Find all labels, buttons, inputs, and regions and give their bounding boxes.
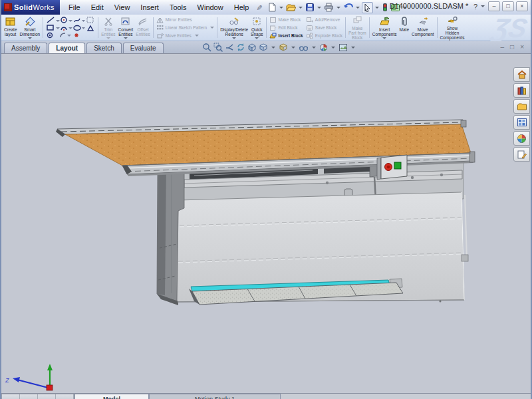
zoom-to-fit-button[interactable]	[202, 43, 211, 52]
add-remove-button[interactable]: Add/Remove	[306, 16, 342, 23]
menu-insert[interactable]: Insert	[136, 2, 164, 13]
edit-block-icon	[269, 25, 277, 31]
file-explorer-button[interactable]	[513, 99, 530, 114]
menu-tools[interactable]: Tools	[165, 2, 192, 13]
linear-sketch-pattern-button[interactable]: Linear Sketch Pattern	[156, 24, 215, 31]
apply-scene-caret[interactable]	[351, 47, 355, 49]
trim-entities-caret[interactable]	[106, 37, 110, 39]
display-style-caret[interactable]	[291, 47, 295, 49]
new-document-button[interactable]	[267, 2, 277, 13]
hide-show-items-button[interactable]	[299, 43, 309, 52]
tab-assembly[interactable]: Assembly	[4, 43, 47, 53]
insert-components-caret[interactable]	[382, 37, 386, 39]
view-orientation-button[interactable]	[259, 43, 268, 52]
menu-window[interactable]: Window	[193, 2, 228, 13]
section-view-button[interactable]	[247, 43, 257, 52]
linear-sketch-pattern-caret[interactable]	[210, 27, 214, 29]
tab-sketch[interactable]: Sketch	[86, 43, 122, 53]
help-dropdown-caret[interactable]	[481, 5, 485, 7]
new-document-icon	[267, 3, 277, 12]
model-viewport-canvas[interactable]: Z	[1, 55, 531, 393]
zoom-to-area-button[interactable]	[213, 43, 223, 52]
print-button[interactable]	[323, 2, 334, 13]
show-hidden-components-button[interactable]: Show Hidden Components	[439, 15, 466, 40]
control-box[interactable]	[377, 155, 407, 180]
start-button[interactable]	[394, 162, 401, 169]
explode-block-label: Explode Block	[315, 33, 342, 38]
add-remove-icon	[306, 17, 313, 23]
maximize-button[interactable]: □	[502, 1, 514, 11]
edit-block-button[interactable]: Edit Block	[269, 24, 303, 31]
move-entities-button[interactable]: Move Entities	[156, 32, 215, 39]
menu-pin-icon[interactable]: ✎	[255, 4, 263, 10]
design-library-button[interactable]	[513, 83, 530, 98]
custom-properties-button[interactable]	[513, 147, 530, 162]
move-component-button[interactable]: Move Component	[410, 15, 436, 40]
convert-entities-caret[interactable]	[124, 37, 128, 39]
make-block-button[interactable]: Make Block	[269, 16, 303, 23]
insert-components-button[interactable]: Insert Components	[371, 15, 398, 40]
make-part-from-block-button[interactable]: Make Part from Block	[347, 15, 368, 40]
undo-dropdown-caret[interactable]	[356, 7, 360, 9]
document-restore-button[interactable]: □	[510, 43, 514, 51]
insert-block-button[interactable]: Insert Block	[269, 32, 303, 39]
close-button[interactable]: ×	[516, 1, 528, 11]
move-entities-caret[interactable]	[195, 35, 199, 37]
offset-entities-button[interactable]: Offset Entities	[134, 15, 151, 40]
new-dropdown-caret[interactable]	[279, 7, 283, 9]
trim-entities-label: Trim Entities	[101, 27, 115, 37]
save-dropdown-caret[interactable]	[317, 7, 321, 9]
mate-button[interactable]: Mate	[398, 15, 410, 40]
explode-block-button[interactable]: Explode Block	[306, 32, 342, 39]
tab-model[interactable]: Model	[74, 394, 149, 399]
tab-layout[interactable]: Layout	[49, 43, 85, 53]
menu-edit[interactable]: Edit	[86, 2, 108, 13]
open-dropdown-caret[interactable]	[299, 7, 303, 9]
save-block-icon	[306, 25, 313, 31]
save-icon	[305, 3, 315, 12]
edit-appearance-button[interactable]	[319, 43, 328, 52]
apply-scene-button[interactable]	[338, 43, 348, 52]
previous-view-button[interactable]	[225, 43, 234, 52]
tab-evaluate[interactable]: Evaluate	[123, 43, 164, 53]
trim-entities-button[interactable]: Trim Entities	[100, 15, 116, 40]
rotate-view-button[interactable]	[236, 43, 245, 52]
undo-button[interactable]	[342, 2, 354, 13]
quick-snaps-button[interactable]: Quick Snaps	[249, 15, 264, 40]
solidworks-cube-icon	[4, 3, 12, 11]
smart-dimension-caret[interactable]	[28, 37, 32, 39]
appearances-scenes-button[interactable]	[513, 131, 530, 146]
menu-file[interactable]: File	[64, 2, 85, 13]
menu-help[interactable]: Help	[229, 2, 254, 13]
command-tab-row: Assembly Layout Sketch Evaluate – □ ×	[1, 41, 531, 54]
quick-snaps-caret[interactable]	[255, 37, 259, 39]
mirror-entities-button[interactable]: Mirror Entities	[156, 16, 215, 23]
display-delete-relations-button[interactable]: Display/Delete Relations	[219, 15, 249, 40]
minimize-button[interactable]: –	[488, 1, 500, 11]
graphics-area[interactable]: Z	[1, 55, 531, 393]
create-layout-button[interactable]: Create layout	[3, 15, 19, 40]
create-layout-icon	[5, 17, 16, 27]
tab-scroll-buttons[interactable]	[1, 394, 74, 399]
display-style-button[interactable]	[279, 43, 288, 52]
view-orientation-caret[interactable]	[271, 47, 275, 49]
quick-snaps-icon	[252, 17, 261, 26]
save-block-button[interactable]: Save Block	[306, 24, 342, 31]
print-dropdown-caret[interactable]	[336, 7, 340, 9]
offset-entities-label: Offset Entities	[136, 27, 150, 37]
document-minimize-button[interactable]: –	[501, 43, 505, 51]
sketch-tools-cluster[interactable]	[45, 15, 96, 40]
solidworks-resources-button[interactable]	[513, 67, 530, 82]
view-palette-button[interactable]	[513, 115, 530, 130]
document-close-button[interactable]: ×	[520, 43, 524, 51]
smart-dimension-button[interactable]: Smart Dimension	[19, 15, 42, 40]
menu-view[interactable]: View	[110, 2, 135, 13]
hide-show-items-caret[interactable]	[312, 47, 316, 49]
save-button[interactable]	[305, 2, 315, 13]
display-delete-relations-caret[interactable]	[232, 37, 236, 39]
open-button[interactable]	[285, 2, 297, 13]
help-button[interactable]: ?	[473, 3, 477, 11]
tab-motion-study-1[interactable]: Motion Study 1	[149, 394, 281, 399]
convert-entities-button[interactable]: Convert Entities	[117, 15, 135, 40]
edit-appearance-caret[interactable]	[331, 47, 335, 49]
